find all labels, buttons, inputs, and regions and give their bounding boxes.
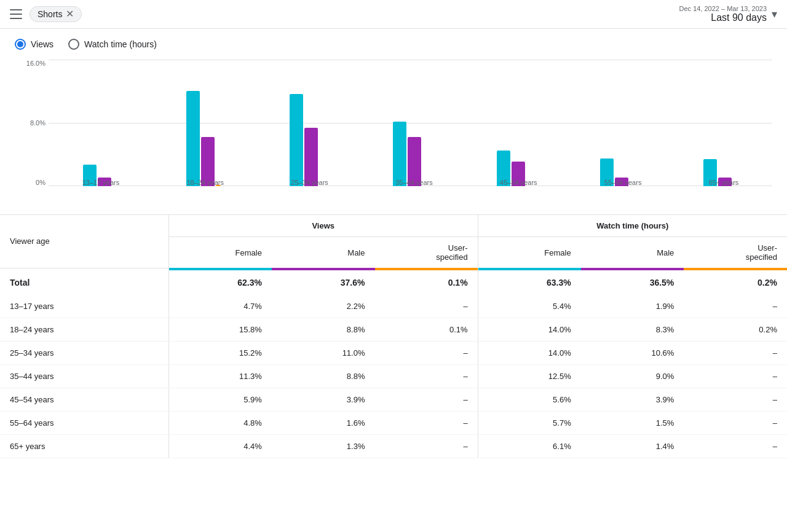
viewer-age-col-header: Viewer age: [0, 215, 168, 268]
bar-group-25-34: [290, 94, 324, 186]
table-row: 55–64 years4.8%1.6%–5.7%1.5%–: [0, 412, 787, 435]
row-label: Total: [0, 270, 168, 295]
wt-user-val: –: [684, 365, 787, 388]
stats-table: Viewer age Views Watch time (hours) Fema…: [0, 215, 787, 458]
wt-male-val: 10.6%: [581, 342, 684, 365]
radio-group: Views Watch time (hours): [0, 29, 787, 55]
table-body: Total62.3%37.6%0.1%63.3%36.5%0.2%13–17 y…: [0, 270, 787, 458]
x-label-18-24: 18–24 years: [186, 179, 224, 186]
views-user-val: 0.1%: [375, 270, 478, 295]
menu-icon[interactable]: [10, 9, 22, 19]
watch-time-radio-option[interactable]: Watch time (hours): [68, 39, 157, 50]
thead-group-row: Viewer age Views Watch time (hours): [0, 215, 787, 237]
wt-user-val: –: [684, 342, 787, 365]
views-male-val: 8.8%: [272, 318, 375, 342]
views-user-val: –: [375, 295, 478, 318]
total-row: Total62.3%37.6%0.1%63.3%36.5%0.2%: [0, 270, 787, 295]
table-row: 45–54 years5.9%3.9%–5.6%3.9%–: [0, 388, 787, 412]
watch-time-group-header: Watch time (hours): [478, 215, 787, 237]
date-range-selector[interactable]: Dec 14, 2022 – Mar 13, 2023 Last 90 days…: [679, 5, 777, 23]
date-range-sub: Dec 14, 2022 – Mar 13, 2023: [679, 5, 767, 12]
y-label-top: 16.0%: [26, 60, 45, 67]
views-female-val: 4.4%: [168, 435, 272, 458]
views-male-val: 8.8%: [272, 365, 375, 388]
views-male-val: 1.6%: [272, 412, 375, 435]
bar-group-18-24: [186, 91, 221, 186]
x-label-13-17: 13–17 years: [82, 179, 120, 186]
wt-male-val: 8.3%: [581, 318, 684, 342]
views-female-val: 15.2%: [168, 342, 272, 365]
wt-female-val: 12.5%: [478, 365, 581, 388]
wt-female-header: Female: [478, 237, 581, 268]
views-user-val: –: [375, 342, 478, 365]
chart-container: 16.0% 8.0% 0%: [15, 60, 772, 205]
wt-female-val: 5.4%: [478, 295, 581, 318]
x-labels: 13–17 years 18–24 years 25–34 years 35–4…: [49, 174, 772, 186]
chart-area: 16.0% 8.0% 0%: [0, 55, 787, 214]
dropdown-arrow-icon: ▾: [772, 7, 777, 21]
x-label-45-54: 45–54 years: [500, 179, 537, 186]
filter-chip[interactable]: Shorts ✕: [30, 6, 82, 22]
wt-user-header: User-specified: [684, 237, 787, 268]
views-male-val: 1.3%: [272, 435, 375, 458]
date-range-text: Dec 14, 2022 – Mar 13, 2023 Last 90 days: [679, 5, 767, 23]
table-row: 65+ years4.4%1.3%–6.1%1.4%–: [0, 435, 787, 458]
views-radio-option[interactable]: Views: [15, 39, 53, 50]
bar-female-25-34: [290, 94, 303, 186]
wt-female-val: 14.0%: [478, 342, 581, 365]
views-user-val: 0.1%: [375, 318, 478, 342]
wt-female-val: 5.6%: [478, 388, 581, 412]
wt-user-val: 0.2%: [684, 318, 787, 342]
bar-female-18-24: [186, 91, 200, 186]
wt-female-val: 14.0%: [478, 318, 581, 342]
row-label: 25–34 years: [0, 342, 168, 365]
header-bar: Shorts ✕ Dec 14, 2022 – Mar 13, 2023 Las…: [0, 0, 787, 29]
views-user-val: –: [375, 365, 478, 388]
views-female-val: 62.3%: [168, 270, 272, 295]
wt-male-val: 3.9%: [581, 388, 684, 412]
views-male-val: 11.0%: [272, 342, 375, 365]
wt-male-val: 1.4%: [581, 435, 684, 458]
views-female-val: 5.9%: [168, 388, 272, 412]
views-female-val: 11.3%: [168, 365, 272, 388]
views-male-header: Male: [272, 237, 375, 268]
views-female-header: Female: [168, 237, 272, 268]
date-range-main: Last 90 days: [679, 12, 767, 23]
wt-user-val: –: [684, 295, 787, 318]
views-user-header: User-specified: [375, 237, 478, 268]
chip-label: Shorts: [38, 9, 62, 19]
wt-male-val: 1.5%: [581, 412, 684, 435]
x-label-35-44: 35–44 years: [395, 179, 433, 186]
wt-male-val: 9.0%: [581, 365, 684, 388]
bars-area: [49, 60, 772, 186]
views-user-val: –: [375, 412, 478, 435]
views-female-val: 15.8%: [168, 318, 272, 342]
views-radio-circle: [15, 39, 26, 50]
wt-male-header: Male: [581, 237, 684, 268]
views-user-val: –: [375, 435, 478, 458]
x-label-25-34: 25–34 years: [291, 179, 328, 186]
y-label-bottom: 0%: [36, 179, 45, 186]
wt-female-val: 63.3%: [478, 270, 581, 295]
views-user-val: –: [375, 388, 478, 412]
views-radio-label: Views: [31, 39, 53, 49]
row-label: 13–17 years: [0, 295, 168, 318]
table-row: 35–44 years11.3%8.8%–12.5%9.0%–: [0, 365, 787, 388]
wt-user-val: 0.2%: [684, 270, 787, 295]
views-male-val: 2.2%: [272, 295, 375, 318]
wt-female-val: 5.7%: [478, 412, 581, 435]
x-label-55-64: 55–64 years: [604, 179, 642, 186]
table-row: 13–17 years4.7%2.2%–5.4%1.9%–: [0, 295, 787, 318]
row-label: 55–64 years: [0, 412, 168, 435]
watch-time-radio-circle: [68, 39, 79, 50]
views-female-val: 4.8%: [168, 412, 272, 435]
views-female-val: 4.7%: [168, 295, 272, 318]
views-group-header: Views: [168, 215, 478, 237]
chart-plot: 13–17 years 18–24 years 25–34 years 35–4…: [49, 60, 772, 186]
wt-female-val: 6.1%: [478, 435, 581, 458]
chip-close-icon[interactable]: ✕: [66, 9, 74, 19]
x-label-65plus: 65+ years: [709, 179, 739, 186]
row-label: 18–24 years: [0, 318, 168, 342]
table-row: 18–24 years15.8%8.8%0.1%14.0%8.3%0.2%: [0, 318, 787, 342]
row-label: 65+ years: [0, 435, 168, 458]
